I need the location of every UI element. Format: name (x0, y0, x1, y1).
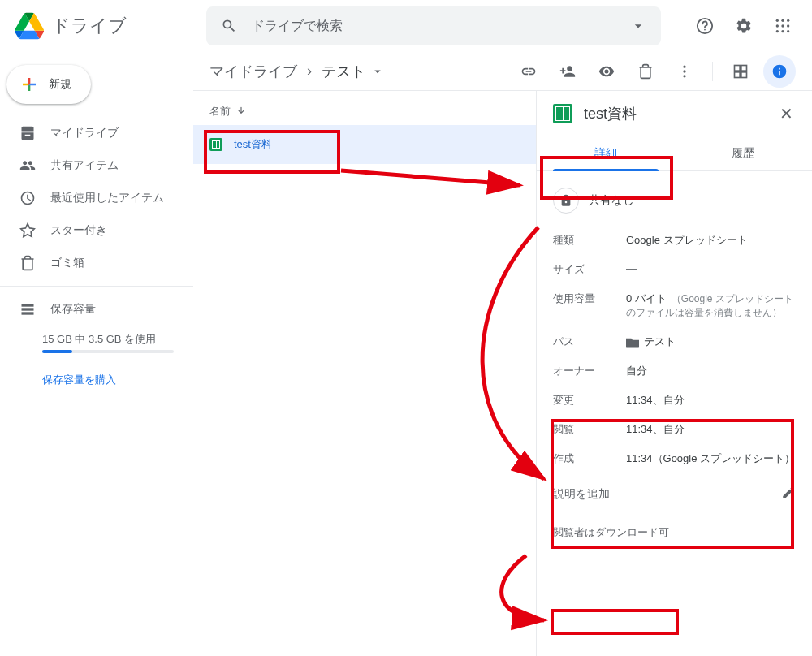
prop-used-value: 0 バイト（Google スプレッドシートのファイルは容量を消費しません） (626, 291, 796, 320)
arrow-down-icon (235, 106, 247, 117)
settings-icon[interactable] (728, 10, 760, 42)
search-bar[interactable] (206, 6, 661, 45)
main: 新規 マイドライブ 共有アイテム 最近使用したアイテム スター付き ゴミ箱 保存… (0, 52, 812, 656)
sidebar-divider (0, 286, 193, 287)
nav-label: スター付き (50, 223, 107, 238)
share-status-text: 共有なし (589, 193, 634, 208)
prop-type-label: 種類 (553, 233, 626, 248)
prop-size-value: — (626, 262, 637, 277)
plus-icon (19, 75, 39, 94)
svg-rect-11 (22, 308, 34, 310)
star-icon (19, 222, 36, 239)
details-title: test資料 (584, 104, 765, 123)
svg-point-8 (781, 30, 784, 32)
sidebar-item-trash[interactable]: ゴミ箱 (0, 247, 193, 279)
toolbar-divider (712, 62, 713, 81)
prop-used-label: 使用容量 (553, 291, 626, 320)
sidebar: 新規 マイドライブ 共有アイテム 最近使用したアイテム スター付き ゴミ箱 保存… (0, 52, 193, 656)
properties-list: 種類Google スプレッドシート サイズ— 使用容量0 バイト（Google … (553, 233, 796, 466)
app-title: ドライブ (52, 14, 127, 38)
prop-owner-label: オーナー (553, 364, 626, 378)
help-icon[interactable] (689, 10, 721, 42)
breadcrumb-current-label: テスト (322, 62, 365, 81)
nav-label: 最近使用したアイテム (50, 191, 164, 205)
close-icon[interactable]: ✕ (776, 104, 796, 123)
details-header: test資料 ✕ (553, 104, 796, 123)
toolbar-actions (512, 55, 796, 88)
tab-details-label: 詳細 (594, 146, 617, 159)
breadcrumb: マイドライブ › テスト (206, 58, 388, 84)
buy-storage-link[interactable]: 保存容量を購入 (42, 373, 193, 387)
prop-modified-value: 11:34、自分 (626, 393, 685, 408)
svg-rect-12 (22, 312, 34, 314)
sidebar-item-recent[interactable]: 最近使用したアイテム (0, 182, 193, 214)
more-icon[interactable] (668, 55, 701, 88)
details-tabs: 詳細 履歴 (537, 136, 812, 171)
nav-label: ゴミ箱 (50, 256, 84, 270)
delete-icon[interactable] (629, 55, 662, 88)
description-placeholder: 説明を追加 (553, 487, 610, 502)
logo-area: ドライブ (13, 10, 206, 42)
sidebar-item-mydrive[interactable]: マイドライブ (0, 117, 193, 149)
folder-icon (626, 337, 639, 348)
storage-icon (19, 301, 36, 317)
svg-point-14 (683, 70, 685, 72)
sidebar-item-shared[interactable]: 共有アイテム (0, 149, 193, 182)
col-name-label: 名前 (209, 104, 231, 119)
header-actions (689, 10, 799, 42)
preview-icon[interactable] (590, 55, 623, 88)
file-name: test資料 (234, 137, 272, 152)
tab-history[interactable]: 履歴 (675, 136, 813, 170)
prop-viewed-label: 閲覧 (553, 422, 626, 437)
prop-path-value[interactable]: テスト (626, 334, 676, 349)
viewer-download-text: 閲覧者はダウンロード可 (553, 525, 796, 540)
share-person-icon[interactable] (551, 55, 584, 88)
content-body: 名前 test資料 test資料 ✕ 詳細 履歴 (193, 91, 812, 656)
svg-point-13 (683, 65, 685, 67)
prop-modified-label: 変更 (553, 393, 626, 408)
link-icon[interactable] (512, 55, 545, 88)
storage-usage-text: 15 GB 中 3.5 GB を使用 (42, 332, 193, 347)
breadcrumb-root[interactable]: マイドライブ (206, 58, 300, 84)
apps-icon[interactable] (767, 10, 799, 42)
file-row[interactable]: test資料 (193, 125, 536, 164)
prop-type-value: Google スプレッドシート (626, 233, 748, 248)
tab-history-label: 履歴 (732, 146, 754, 159)
search-input[interactable] (252, 19, 615, 33)
breadcrumb-current[interactable]: テスト (318, 58, 388, 84)
svg-point-9 (787, 30, 789, 32)
new-button[interactable]: 新規 (6, 65, 91, 104)
svg-point-6 (787, 24, 789, 27)
search-icon[interactable] (213, 10, 245, 42)
svg-rect-18 (735, 71, 741, 77)
content-area: マイドライブ › テスト 名前 (193, 52, 812, 656)
prop-viewed-value: 11:34、自分 (626, 422, 685, 437)
chevron-right-icon: › (307, 63, 312, 80)
nav-label: 保存容量 (50, 302, 96, 317)
search-dropdown-icon[interactable] (622, 10, 654, 42)
details-panel: test資料 ✕ 詳細 履歴 共有なし 種類Google スプレッドシート サイ… (536, 91, 812, 656)
prop-owner-value: 自分 (626, 364, 647, 378)
grid-view-icon[interactable] (724, 55, 757, 88)
svg-point-5 (781, 24, 784, 27)
description-row[interactable]: 説明を追加 (553, 486, 796, 503)
prop-size-label: サイズ (553, 262, 626, 277)
svg-point-4 (776, 24, 779, 27)
svg-rect-19 (741, 71, 747, 77)
info-icon[interactable] (763, 55, 796, 88)
svg-rect-16 (735, 65, 741, 71)
svg-rect-17 (741, 65, 747, 71)
storage-bar (42, 350, 174, 353)
sidebar-item-starred[interactable]: スター付き (0, 214, 193, 247)
sidebar-item-storage[interactable]: 保存容量 (0, 293, 193, 326)
drive-logo-icon[interactable] (13, 10, 45, 42)
svg-point-2 (781, 19, 784, 22)
prop-created-label: 作成 (553, 451, 626, 466)
tab-details[interactable]: 詳細 (537, 136, 675, 170)
column-header-name[interactable]: 名前 (193, 97, 536, 125)
edit-pencil-icon[interactable] (781, 486, 796, 503)
mydrive-icon (19, 125, 36, 141)
svg-point-1 (776, 19, 779, 22)
nav-label: マイドライブ (50, 126, 119, 140)
svg-point-3 (787, 19, 789, 22)
